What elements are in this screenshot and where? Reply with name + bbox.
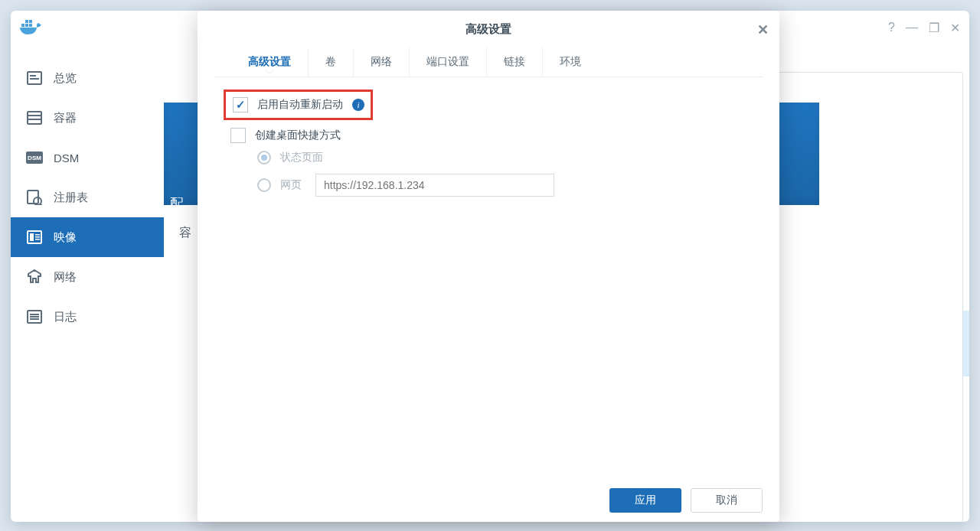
close-window-icon[interactable]: ✕ — [950, 21, 960, 35]
modal-tabs: 高级设置 卷 网络 端口设置 链接 环境 — [214, 47, 763, 77]
log-icon — [26, 308, 43, 325]
svg-rect-17 — [30, 233, 34, 241]
sidebar-item-label: DSM — [54, 151, 79, 165]
modal-title: 高级设置 ✕ — [198, 11, 779, 47]
auto-restart-checkbox[interactable] — [233, 97, 248, 112]
svg-rect-20 — [35, 239, 40, 240]
create-shortcut-label: 创建桌面快捷方式 — [255, 129, 341, 142]
svg-rect-18 — [35, 234, 40, 236]
sidebar-item-dsm[interactable]: DSM DSM — [11, 138, 164, 178]
sidebar-item-label: 容器 — [54, 111, 77, 125]
tab-env[interactable]: 环境 — [543, 47, 598, 77]
status-page-label: 状态页面 — [280, 151, 323, 165]
svg-rect-0 — [21, 24, 24, 27]
svg-rect-19 — [35, 236, 40, 238]
sidebar: 总览 容器 DSM DSM 注册表 映像 网络 — [11, 44, 164, 522]
sidebar-item-registry[interactable]: 注册表 — [11, 178, 164, 217]
advanced-settings-modal: 高级设置 ✕ 高级设置 卷 网络 端口设置 链接 环境 启用自动重新启动 i 创… — [198, 11, 779, 522]
info-icon[interactable]: i — [352, 99, 364, 111]
network-icon — [26, 269, 43, 285]
sidebar-item-image[interactable]: 映像 — [11, 217, 164, 257]
modal-footer: 应用 取消 — [198, 479, 779, 522]
docker-icon — [20, 18, 43, 37]
maximize-icon[interactable]: ❐ — [929, 21, 939, 35]
tab-network[interactable]: 网络 — [354, 47, 410, 77]
sidebar-item-overview[interactable]: 总览 — [11, 58, 164, 98]
cancel-button[interactable]: 取消 — [691, 488, 763, 513]
tab-volume[interactable]: 卷 — [309, 47, 354, 77]
modal-title-text: 高级设置 — [466, 22, 511, 37]
sidebar-item-label: 日志 — [54, 310, 77, 324]
sidebar-item-container[interactable]: 容器 — [11, 98, 164, 138]
list-prefix: 容 — [179, 225, 191, 241]
web-url-input[interactable] — [315, 174, 554, 197]
svg-rect-1 — [25, 24, 28, 27]
sidebar-item-label: 总览 — [54, 71, 77, 86]
tab-advanced[interactable]: 高级设置 — [231, 47, 309, 77]
svg-rect-8 — [28, 112, 41, 124]
help-icon[interactable]: ? — [888, 21, 895, 35]
highlight-auto-restart: 启用自动重新启动 i — [224, 90, 373, 120]
svg-text:DSM: DSM — [28, 155, 41, 161]
create-shortcut-checkbox[interactable] — [230, 128, 246, 143]
sidebar-item-label: 注册表 — [54, 191, 88, 205]
svg-rect-3 — [25, 20, 28, 23]
window-controls: ? — ❐ ✕ — [888, 21, 960, 35]
web-page-label: 网页 — [280, 178, 306, 192]
overview-icon — [26, 70, 43, 86]
tab-link[interactable]: 链接 — [487, 47, 543, 77]
sidebar-item-label: 网络 — [54, 270, 77, 285]
sidebar-item-log[interactable]: 日志 — [11, 297, 164, 337]
registry-icon — [26, 189, 43, 206]
auto-restart-label: 启用自动重新启动 — [257, 98, 343, 112]
svg-rect-2 — [29, 24, 32, 27]
image-icon — [26, 229, 43, 246]
container-icon — [26, 109, 43, 126]
svg-rect-4 — [29, 20, 32, 23]
apply-button[interactable]: 应用 — [609, 488, 681, 513]
modal-body: 启用自动重新启动 i 创建桌面快捷方式 状态页面 网页 — [198, 77, 779, 479]
svg-rect-7 — [30, 78, 39, 80]
dsm-icon: DSM — [26, 149, 43, 166]
banner-text-fragment: 配 — [170, 194, 184, 213]
sidebar-item-network[interactable]: 网络 — [11, 257, 164, 297]
status-page-radio[interactable] — [257, 151, 271, 165]
tab-port[interactable]: 端口设置 — [410, 47, 487, 77]
close-icon[interactable]: ✕ — [757, 21, 769, 38]
svg-line-15 — [40, 204, 42, 205]
minimize-icon[interactable]: — — [906, 21, 918, 35]
web-page-radio[interactable] — [257, 178, 271, 192]
sidebar-item-label: 映像 — [54, 230, 77, 245]
svg-rect-6 — [30, 75, 36, 77]
